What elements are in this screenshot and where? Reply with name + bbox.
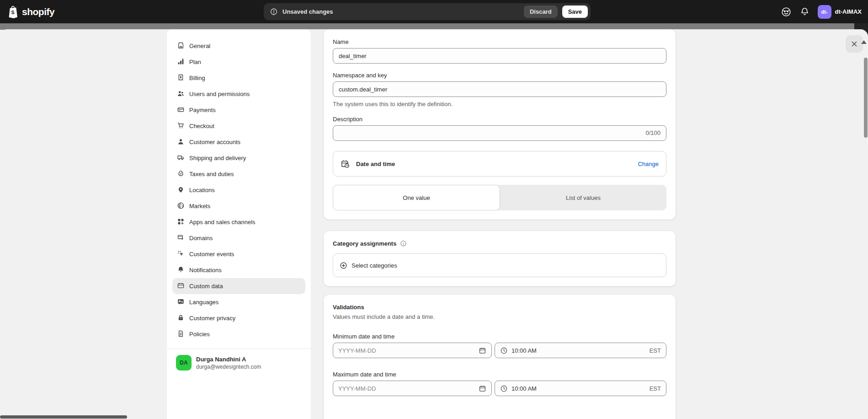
database-icon — [177, 282, 185, 291]
min-time-value: 10:00 AM — [511, 347, 646, 354]
settings-nav: General Plan Billing Users and permissio… — [167, 29, 311, 342]
truck-icon — [177, 154, 185, 163]
category-assignments-card: Category assignments Select categories — [324, 231, 676, 286]
sidebar-item-locations[interactable]: Locations — [172, 182, 305, 198]
modal-backdrop — [0, 23, 868, 30]
payments-icon — [177, 106, 185, 115]
sidebar-item-users-and-permissions[interactable]: Users and permissions — [172, 86, 305, 102]
sidebar-item-taxes-and-duties[interactable]: Taxes and duties — [172, 166, 305, 182]
svg-text:¤: ¤ — [181, 300, 183, 303]
top-bar-right: dt- dt-AIMAX — [781, 0, 862, 23]
cardinality-segmented-control: One value List of values — [333, 185, 666, 210]
globe-icon: $ — [177, 202, 185, 211]
store-avatar: dt- — [818, 5, 831, 19]
content-type-label: Date and time — [356, 161, 395, 167]
map-pin-icon — [177, 186, 185, 195]
shopify-bag-icon: S — [7, 5, 19, 18]
plus-circle-icon — [340, 262, 347, 269]
lock-icon — [177, 314, 185, 323]
min-date-placeholder: YYYY-MM-DD — [338, 347, 475, 354]
sidebar-item-checkout[interactable]: Checkout — [172, 118, 305, 134]
name-input[interactable] — [333, 48, 666, 64]
plan-icon — [177, 58, 185, 67]
content-type-box: Date and time Change — [333, 151, 666, 177]
sidebar-item-customer-events[interactable]: Customer events — [172, 246, 305, 262]
calendar-clock-icon — [341, 159, 350, 169]
sidekick-face-icon — [781, 6, 792, 17]
sidebar-item-policies[interactable]: Policies — [172, 326, 305, 342]
store-name: dt-AIMAX — [835, 8, 862, 15]
sidebar-item-custom-data[interactable]: Custom data — [172, 278, 305, 294]
store-icon — [177, 42, 185, 51]
horizontal-scrollbar-thumb[interactable] — [0, 415, 127, 419]
sidebar-item-domains[interactable]: Domains — [172, 230, 305, 246]
clock-icon — [500, 347, 508, 355]
sidebar-item-languages[interactable]: A¤ Languages — [172, 294, 305, 310]
sidebar-item-notifications[interactable]: Notifications — [172, 262, 305, 278]
min-time-input[interactable]: 10:00 AM EST — [495, 343, 666, 358]
close-icon — [850, 40, 858, 48]
shopify-logo[interactable]: S shopify — [0, 5, 54, 18]
max-date-label: Maximum date and time — [333, 371, 666, 378]
namespace-input[interactable] — [333, 81, 666, 97]
document-icon — [177, 330, 185, 339]
change-type-link[interactable]: Change — [638, 161, 659, 167]
description-char-counter: 0/100 — [645, 129, 660, 136]
alert-icon — [270, 8, 278, 16]
validations-title: Validations — [333, 304, 666, 311]
settings-sidebar: General Plan Billing Users and permissio… — [167, 29, 311, 419]
definition-card: Name Namespace and key The system uses t… — [324, 29, 676, 220]
min-timezone: EST — [650, 347, 661, 354]
sidebar-item-customer-privacy[interactable]: Customer privacy — [172, 310, 305, 326]
notifications-button[interactable] — [800, 7, 809, 16]
billing-icon — [177, 74, 185, 83]
description-input[interactable] — [333, 125, 666, 141]
shopify-wordmark: shopify — [22, 6, 54, 17]
top-bar: S shopify Unsaved changes Discard Save d… — [0, 0, 868, 23]
list-of-values-option[interactable]: List of values — [500, 185, 666, 210]
person-icon — [177, 138, 185, 147]
bell-icon — [800, 7, 809, 16]
sidebar-item-apps-and-sales-channels[interactable]: Apps and sales channels — [172, 214, 305, 230]
clock-icon — [500, 385, 508, 392]
user-avatar: DA — [176, 355, 192, 371]
bell-icon — [177, 266, 185, 275]
save-button[interactable]: Save — [562, 5, 588, 18]
sidebar-item-shipping-and-delivery[interactable]: Shipping and delivery — [172, 150, 305, 166]
category-assignments-title: Category assignments — [333, 240, 396, 247]
max-date-input[interactable]: YYYY-MM-DD — [333, 381, 492, 396]
select-categories-button[interactable]: Select categories — [333, 253, 666, 277]
unsaved-changes-bar: Unsaved changes Discard Save — [264, 3, 591, 20]
settings-modal: General Plan Billing Users and permissio… — [0, 29, 868, 419]
store-menu[interactable]: dt- dt-AIMAX — [818, 5, 862, 19]
info-icon[interactable] — [400, 240, 407, 247]
sidekick-assistant-button[interactable] — [781, 6, 792, 17]
vertical-scrollbar-thumb[interactable] — [864, 58, 868, 138]
min-date-input[interactable]: YYYY-MM-DD — [333, 343, 492, 358]
discard-button[interactable]: Discard — [524, 5, 558, 18]
close-modal-button[interactable] — [846, 35, 863, 53]
sidebar-item-customer-accounts[interactable]: Customer accounts — [172, 134, 305, 150]
namespace-label: Namespace and key — [333, 72, 666, 79]
sidebar-item-payments[interactable]: Payments — [172, 102, 305, 118]
max-time-input[interactable]: 10:00 AM EST — [495, 381, 666, 396]
translate-icon: A¤ — [177, 298, 185, 307]
max-time-value: 10:00 AM — [511, 385, 646, 392]
metafield-definition-form: Name Namespace and key The system uses t… — [324, 29, 676, 419]
name-label: Name — [333, 38, 666, 45]
sidebar-item-plan[interactable]: Plan — [172, 54, 305, 70]
sidebar-item-billing[interactable]: Billing — [172, 70, 305, 86]
apps-grid-icon — [177, 218, 185, 227]
sidebar-item-general[interactable]: General — [172, 38, 305, 54]
sidebar-user[interactable]: DA Durga Nandhini A durga@wedesigntech.c… — [167, 349, 311, 376]
description-label: Description — [333, 116, 666, 123]
checkout-cart-icon — [177, 122, 185, 131]
domains-icon — [177, 234, 185, 243]
sidebar-item-markets[interactable]: $ Markets — [172, 198, 305, 214]
one-value-option[interactable]: One value — [333, 185, 500, 210]
scrollbar-up-arrow[interactable] — [861, 40, 867, 44]
svg-text:S: S — [11, 10, 15, 15]
user-name: Durga Nandhini A — [196, 356, 261, 363]
unsaved-changes-label: Unsaved changes — [282, 8, 333, 15]
max-timezone: EST — [650, 385, 661, 392]
